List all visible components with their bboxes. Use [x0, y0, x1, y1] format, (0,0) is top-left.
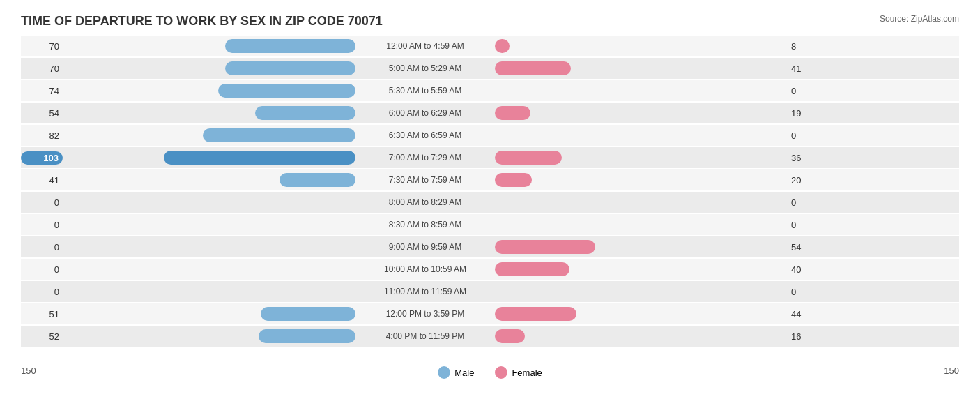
source-label: Source: ZipAtlas.com	[880, 14, 959, 24]
female-value: 0	[788, 220, 829, 230]
chart-row: 011:00 AM to 11:59 AM0	[21, 281, 959, 302]
chart-container: TIME OF DEPARTURE TO WORK BY SEX IN ZIP …	[0, 0, 980, 415]
male-bar-container	[63, 307, 355, 321]
female-bar-container	[495, 173, 788, 187]
male-bar	[280, 173, 355, 187]
time-label: 7:30 AM to 7:59 AM	[355, 175, 495, 185]
male-bar-container	[63, 151, 355, 165]
legend-male: Male	[438, 366, 474, 379]
male-value: 51	[21, 309, 63, 319]
axis-right: 150	[944, 365, 959, 376]
female-bar	[495, 61, 571, 75]
male-value: 41	[21, 175, 63, 186]
male-bar	[218, 84, 355, 98]
female-bar-container	[495, 151, 788, 165]
female-bar-container	[495, 262, 788, 276]
male-value: 103	[21, 151, 63, 165]
female-bar-container	[495, 61, 788, 75]
female-bar-container	[495, 39, 788, 53]
male-bar-container	[63, 240, 355, 254]
time-label: 6:30 AM to 6:59 AM	[355, 130, 495, 140]
time-label: 4:00 PM to 11:59 PM	[355, 331, 495, 341]
female-value: 40	[788, 264, 829, 275]
male-value: 0	[21, 220, 63, 230]
legend-female-label: Female	[512, 368, 542, 378]
female-value: 8	[788, 41, 829, 52]
time-label: 9:00 AM to 9:59 AM	[355, 242, 495, 252]
time-label: 12:00 AM to 4:59 AM	[355, 41, 495, 51]
time-label: 5:30 AM to 5:59 AM	[355, 86, 495, 96]
female-value: 20	[788, 175, 829, 186]
time-label: 12:00 PM to 3:59 PM	[355, 309, 495, 319]
chart-row: 08:00 AM to 8:29 AM0	[21, 192, 959, 213]
female-bar-container	[495, 195, 788, 209]
legend-female-color	[495, 366, 507, 379]
bottom-row: 150 Male Female 150	[21, 363, 959, 379]
time-label: 7:00 AM to 7:29 AM	[355, 153, 495, 163]
male-bar-container	[63, 61, 355, 75]
male-bar-container	[63, 195, 355, 209]
female-bar	[495, 329, 525, 343]
male-bar	[259, 329, 355, 343]
chart-row: 7012:00 AM to 4:59 AM8	[21, 36, 959, 56]
female-bar-container	[495, 106, 788, 120]
female-bar	[495, 240, 595, 254]
female-bar-container	[495, 307, 788, 321]
axis-left: 150	[21, 365, 36, 376]
chart-row: 546:00 AM to 6:29 AM19	[21, 103, 959, 123]
time-label: 8:00 AM to 8:29 AM	[355, 197, 495, 207]
female-value: 54	[788, 242, 829, 252]
female-value: 16	[788, 331, 829, 342]
time-label: 11:00 AM to 11:59 AM	[355, 287, 495, 296]
female-bar-container	[495, 218, 788, 232]
chart-row: 08:30 AM to 8:59 AM0	[21, 214, 959, 235]
male-value: 0	[21, 264, 63, 275]
female-bar	[495, 173, 532, 187]
male-bar	[255, 106, 355, 120]
male-value: 0	[21, 197, 63, 208]
chart-row: 09:00 AM to 9:59 AM54	[21, 236, 959, 257]
female-bar-container	[495, 240, 788, 254]
female-bar-container	[495, 285, 788, 299]
time-label: 5:00 AM to 5:29 AM	[355, 63, 495, 73]
female-bar	[495, 262, 569, 276]
chart-row: 5112:00 PM to 3:59 PM44	[21, 303, 959, 324]
male-bar	[261, 307, 355, 321]
chart-row: 705:00 AM to 5:29 AM41	[21, 58, 959, 79]
female-value: 36	[788, 153, 829, 163]
male-bar-container	[63, 128, 355, 142]
female-bar	[495, 151, 562, 165]
female-value: 0	[788, 130, 829, 141]
female-bar	[495, 39, 510, 53]
male-value: 0	[21, 242, 63, 252]
female-bar	[495, 307, 576, 321]
female-bar-container	[495, 84, 788, 98]
chart-row: 010:00 AM to 10:59 AM40	[21, 259, 959, 280]
female-value: 44	[788, 309, 829, 319]
male-bar-container	[63, 84, 355, 98]
male-bar-container	[63, 218, 355, 232]
time-label: 10:00 AM to 10:59 AM	[355, 264, 495, 274]
male-value: 54	[21, 108, 63, 119]
male-bar-container	[63, 262, 355, 276]
chart-area: 7012:00 AM to 4:59 AM8705:00 AM to 5:29 …	[21, 36, 959, 360]
female-value: 0	[788, 287, 829, 297]
chart-row: 826:30 AM to 6:59 AM0	[21, 125, 959, 146]
chart-row: 1037:00 AM to 7:29 AM36	[21, 147, 959, 168]
female-value: 41	[788, 63, 829, 74]
time-label: 8:30 AM to 8:59 AM	[355, 220, 495, 229]
male-value: 70	[21, 63, 63, 74]
male-bar	[203, 128, 355, 142]
male-bar	[164, 151, 355, 165]
male-bar-container	[63, 106, 355, 120]
male-bar-container	[63, 285, 355, 299]
male-bar	[225, 61, 355, 75]
male-bar-container	[63, 173, 355, 187]
legend-female: Female	[495, 366, 542, 379]
chart-row: 417:30 AM to 7:59 AM20	[21, 169, 959, 190]
male-value: 52	[21, 331, 63, 342]
chart-row: 745:30 AM to 5:59 AM0	[21, 80, 959, 101]
male-value: 70	[21, 41, 63, 52]
chart-row: 524:00 PM to 11:59 PM16	[21, 326, 959, 347]
male-bar-container	[63, 39, 355, 53]
